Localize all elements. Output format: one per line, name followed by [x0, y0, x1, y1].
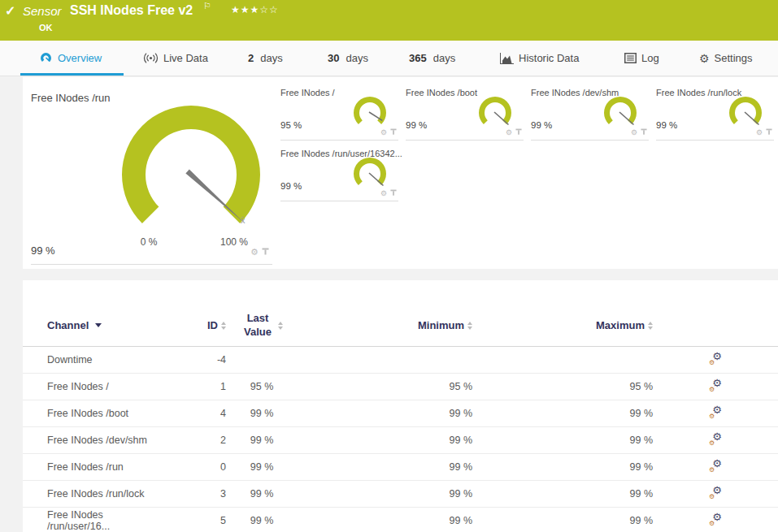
table-row: Free INodes /boot 4 99 % 99 % 99 % ⚙⚙ — [23, 400, 778, 427]
channels-table-panel: Channel ID Last Value Minimum Maximum — [23, 280, 778, 532]
channel-minimum: 95 % — [298, 381, 472, 392]
channel-id: 3 — [153, 488, 226, 500]
table-row: Free INodes /run/user/16... 5 99 % 99 % … — [23, 508, 778, 532]
channel-last-value: 99 % — [226, 488, 298, 500]
channel-maximum: 99 % — [472, 515, 653, 526]
channel-name: Free INodes /boot — [23, 408, 153, 419]
tab-label: days — [433, 52, 455, 64]
channel-maximum: 95 % — [472, 381, 653, 392]
channel-last-value: 99 % — [226, 515, 298, 526]
column-header-last-value[interactable]: Last Value — [226, 312, 298, 340]
channel-id: -4 — [153, 354, 226, 365]
gear-icon[interactable]: ⚙ — [250, 248, 259, 257]
channel-last-value: 99 % — [226, 408, 298, 419]
divider — [31, 264, 272, 265]
tab-number: 365 — [409, 52, 427, 64]
overview-gauges-panel: Free INodes /run x̄ 0 % 100 % 99 % ⚙ Fre… — [23, 77, 778, 269]
tab-label: Log — [641, 52, 659, 64]
gauge-value: 95 % — [280, 120, 302, 130]
column-header-id[interactable]: ID — [153, 319, 226, 331]
gauge-cell: Free INodes /dev/shm 99 % ⚙ — [531, 88, 649, 141]
channel-minimum: 99 % — [298, 461, 472, 473]
gear-icon[interactable]: ⚙ — [380, 190, 387, 197]
channel-minimum: 99 % — [298, 515, 472, 526]
pin-icon[interactable] — [390, 128, 397, 136]
gauge-cell: Free INodes / 95 % ⚙ — [280, 88, 398, 141]
channel-id: 1 — [153, 381, 226, 392]
tab-historic-data[interactable]: Historic Data — [500, 41, 579, 76]
sensor-title: SSH INodes Free v2 — [70, 3, 193, 18]
column-header-maximum[interactable]: Maximum — [472, 319, 653, 331]
priority-stars[interactable]: ★★★☆☆ — [231, 4, 279, 15]
channel-settings-gears-icon[interactable]: ⚙⚙ — [709, 353, 722, 365]
gauge-value: 99 % — [280, 181, 302, 191]
channel-settings-gears-icon[interactable]: ⚙⚙ — [709, 433, 722, 446]
channel-name: Free INodes /run/user/16... — [23, 509, 153, 532]
channel-settings-gears-icon[interactable]: ⚙⚙ — [709, 406, 722, 419]
tab-log[interactable]: Log — [624, 41, 659, 76]
tab-2-days[interactable]: 2 days — [248, 41, 283, 76]
tab-number: 30 — [328, 52, 339, 64]
gear-icon[interactable]: ⚙ — [506, 129, 512, 136]
channel-settings-gears-icon[interactable]: ⚙⚙ — [709, 379, 722, 392]
tab-label: Live Data — [163, 52, 208, 64]
tab-label: days — [260, 52, 282, 64]
tab-365-days[interactable]: 365 days — [409, 41, 455, 76]
stars-empty[interactable]: ☆☆ — [259, 4, 279, 15]
tab-label: Historic Data — [519, 52, 579, 64]
gear-icon[interactable]: ⚙ — [631, 129, 637, 136]
channel-settings-gears-icon[interactable]: ⚙⚙ — [709, 460, 722, 473]
broadcast-icon — [143, 52, 159, 64]
pin-icon[interactable] — [515, 128, 522, 136]
pin-icon[interactable] — [641, 128, 647, 136]
average-marker: x̄ — [241, 215, 246, 225]
tab-number: 2 — [248, 52, 254, 64]
primary-gauge-chart — [110, 93, 272, 256]
table-row: Free INodes /run 0 99 % 99 % 99 % ⚙⚙ — [23, 454, 778, 481]
channel-minimum: 99 % — [298, 408, 472, 419]
tab-label: Settings — [715, 52, 753, 64]
sensor-status-header: ✓ Sensor SSH INodes Free v2 ⚐ ★★★☆☆ OK — [0, 0, 778, 41]
gear-icon[interactable]: ⚙ — [756, 129, 763, 136]
channel-last-value: 99 % — [226, 461, 298, 473]
gear-icon[interactable]: ⚙ — [380, 129, 387, 136]
channel-settings-gears-icon[interactable]: ⚙⚙ — [709, 513, 722, 526]
pin-icon[interactable] — [390, 189, 397, 197]
table-row: Free INodes /run/lock 3 99 % 99 % 99 % ⚙… — [23, 481, 778, 508]
flag-icon[interactable]: ⚐ — [203, 1, 211, 11]
channel-last-value: 99 % — [226, 435, 298, 446]
table-header-row: Channel ID Last Value Minimum Maximum — [23, 305, 778, 347]
active-tab-underline — [20, 73, 124, 76]
log-list-icon — [624, 53, 637, 63]
gauge-value: 99 % — [656, 120, 677, 130]
pin-icon[interactable] — [262, 248, 269, 257]
gauge-value: 99 % — [531, 120, 552, 130]
gauge-title: Free INodes /boot — [406, 88, 477, 97]
table-body: Downtime -4 ⚙⚙ Free INodes / 1 95 % 95 %… — [23, 347, 778, 532]
tab-live-data[interactable]: Live Data — [143, 41, 208, 76]
channel-name: Free INodes /run/lock — [23, 488, 153, 500]
gauge-value: 99 % — [406, 120, 427, 130]
table-row: Downtime -4 ⚙⚙ — [23, 347, 778, 374]
gauge-cell: Free INodes /boot 99 % ⚙ — [406, 88, 524, 141]
gauge-cell: Free INodes /run/lock 99 % ⚙ — [656, 88, 774, 141]
stars-filled[interactable]: ★★★ — [231, 4, 259, 15]
gauge-max-label: 100 % — [213, 236, 255, 248]
column-header-channel[interactable]: Channel — [23, 319, 153, 331]
channel-settings-gears-icon[interactable]: ⚙⚙ — [709, 487, 722, 500]
table-row: Free INodes /dev/shm 2 99 % 99 % 99 % ⚙⚙ — [23, 427, 778, 454]
object-kind-label: Sensor — [23, 4, 62, 18]
channel-name: Free INodes /run — [23, 461, 153, 473]
channel-id: 5 — [153, 515, 226, 526]
sort-arrows-icon — [278, 322, 283, 330]
channel-maximum: 99 % — [472, 461, 653, 473]
gauge-title: Free INodes /run — [31, 92, 111, 104]
channel-id: 4 — [153, 408, 226, 419]
tab-settings[interactable]: ⚙ Settings — [699, 41, 753, 76]
tab-30-days[interactable]: 30 days — [328, 41, 368, 76]
column-header-minimum[interactable]: Minimum — [298, 319, 472, 331]
channel-last-value: 95 % — [226, 381, 298, 392]
pin-icon[interactable] — [766, 128, 772, 136]
tab-overview[interactable]: Overview — [39, 41, 102, 76]
area-chart-icon — [500, 53, 514, 64]
